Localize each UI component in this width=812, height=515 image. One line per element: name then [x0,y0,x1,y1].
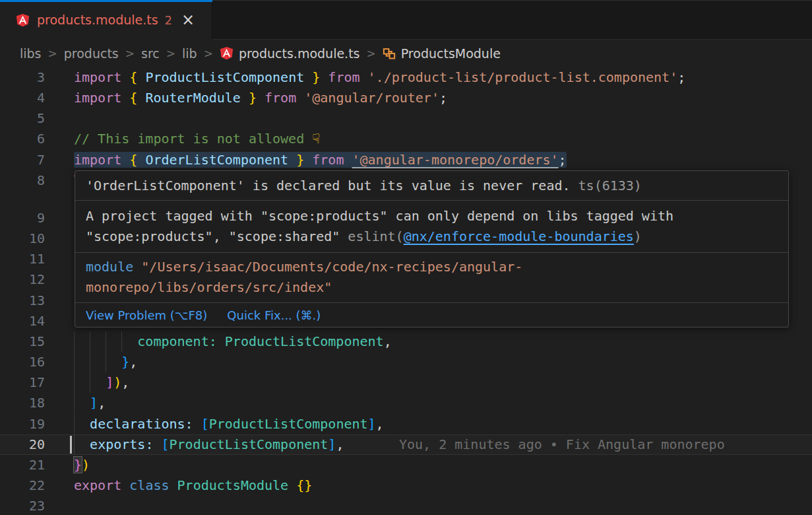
token: '@angular-monorepo/orders' [352,152,559,168]
line-number[interactable]: 8 [0,170,45,191]
code-text[interactable]: }, [74,352,137,372]
token: ] [368,416,376,432]
token: component: [137,333,216,349]
code-text[interactable]: import { ProductListComponent } from './… [74,67,685,88]
line-number[interactable]: 7 [0,150,45,170]
rule-link[interactable]: @nx/enforce-module-boundaries [404,228,634,244]
view-problem-action[interactable]: View Problem (⌥F8) [86,308,207,322]
hover-actions: View Problem (⌥F8)Quick Fix... (⌘.) [75,302,788,327]
token [288,477,296,493]
line-number[interactable]: 23 [0,496,45,515]
token: ] [90,395,98,411]
token: { [129,90,145,106]
token: export [74,477,129,493]
token [74,333,137,349]
hover-text-line: A project tagged with "scope:products" c… [86,206,778,226]
token [153,436,161,452]
hover-section-2: module "/Users/isaac/Documents/code/nx-r… [75,252,788,302]
token: from [304,152,344,168]
code-text[interactable]: }) [74,455,90,475]
code-text[interactable]: // This import is not allowed ☟ [74,129,320,149]
token [296,90,304,106]
breadcrumb-item-products.module.ts[interactable]: products.module.ts [220,46,360,61]
code-line-23: 23 [0,496,812,515]
line-number[interactable]: 3 [0,67,45,88]
tab-products-module[interactable]: products.module.ts 2 × [0,0,212,40]
breadcrumb-separator: > [204,47,213,60]
token: { [129,152,145,168]
breadcrumb-label: products [64,46,119,61]
hover-token: ) [634,228,642,244]
code-line-7: 7import { OrderListComponent } from '@an… [0,150,812,170]
line-number[interactable]: 14 [0,311,45,331]
token [193,416,201,432]
angular-icon [16,13,30,27]
token: , [336,436,344,452]
token [74,354,121,370]
breadcrumb-separator: > [125,47,135,60]
close-icon[interactable]: × [181,13,195,26]
line-number[interactable]: 21 [0,455,45,475]
token [360,69,368,85]
line-number[interactable]: 13 [0,291,45,311]
token: ☟ [312,131,320,147]
quick-fix-action[interactable]: Quick Fix... (⌘.) [227,308,321,322]
token: '@angular/router' [304,90,439,106]
code-text[interactable]: ]), [74,372,129,393]
hover-text-line: "scope:products", "scope:shared" eslint(… [86,226,778,247]
tab-modified-badge: 2 [165,13,172,27]
token: ; [677,69,685,85]
line-number[interactable]: 10 [0,228,45,249]
token: import [74,152,129,168]
code-text[interactable]: exports: [ProductListComponent], [74,434,344,455]
token: ProductsModule [177,477,289,493]
line-number[interactable]: 11 [0,249,45,269]
token: declarations: [90,416,193,432]
line-number[interactable]: 17 [0,372,45,393]
hover-token: "scope:products", "scope:shared" [86,228,340,244]
token: [ [201,416,209,432]
hover-section-0: 'OrderListComponent' is declared but its… [75,171,788,200]
token: , [98,395,106,411]
breadcrumb-item-products[interactable]: products [64,46,119,61]
code-text[interactable]: declarations: [ProductListComponent], [74,414,384,434]
line-number[interactable]: 19 [0,414,45,434]
breadcrumb-item-lib[interactable]: lib [182,46,197,61]
code-line-22: 22export class ProductsModule {} [0,475,812,496]
code-line-18: 18 ], [0,393,812,413]
breadcrumb-item-libs[interactable]: libs [20,46,42,61]
hover-token: module [86,259,141,275]
line-number[interactable]: 5 [0,108,45,129]
breadcrumb-label: src [141,46,160,61]
hover-token: eslint( [340,228,403,244]
line-number[interactable]: 4 [0,88,45,108]
code-text[interactable]: export class ProductsModule {} [74,475,312,496]
code-text[interactable]: ], [74,393,106,413]
line-number[interactable]: 6 [0,129,45,149]
word-highlight: import { OrderListComponent } from '@ang… [74,152,567,168]
code-text[interactable]: import { RouterModule } from '@angular/r… [74,88,447,108]
code-text[interactable]: import { OrderListComponent } from '@ang… [74,150,567,170]
bracket-match: } [74,457,82,473]
breadcrumb-label: ProductsModule [401,46,501,61]
active-tab-accent-bar [0,0,212,2]
breadcrumb-item-src[interactable]: src [141,46,160,61]
token: ProductListComponent [225,333,384,349]
line-number[interactable]: 15 [0,331,45,352]
line-number[interactable]: 22 [0,475,45,496]
token: OrderListComponent [145,152,288,168]
line-number[interactable]: 9 [0,208,45,228]
token: './product-list/product-list.component' [368,69,678,85]
token: class [129,477,169,493]
token: } [288,152,304,168]
line-number[interactable]: 18 [0,393,45,413]
line-number[interactable]: 20 [0,434,45,455]
token: from [257,90,296,106]
code-text[interactable]: component: ProductListComponent, [74,331,392,352]
token: } [121,354,129,370]
breadcrumb-item-productsmodule[interactable]: ProductsModule [383,46,501,61]
token: ) [113,374,121,390]
token: { [129,69,145,85]
line-number[interactable]: 16 [0,352,45,372]
line-number[interactable]: 12 [0,269,45,290]
